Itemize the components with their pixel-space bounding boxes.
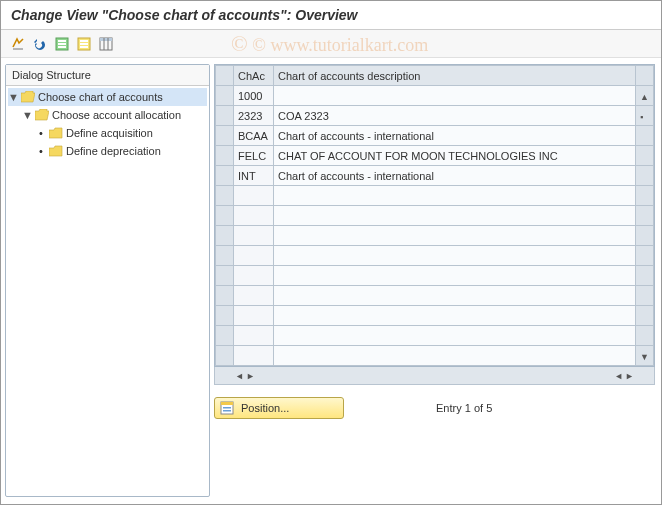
scroll-down-icon[interactable]: ▼	[640, 352, 649, 362]
tree-label: Choose account allocation	[52, 109, 181, 121]
svg-rect-3	[58, 46, 66, 48]
row-header[interactable]	[216, 306, 234, 326]
tree-item-choose-account[interactable]: ▼ Choose account allocation	[8, 106, 207, 124]
scroll-cell[interactable]: ▲	[636, 86, 654, 106]
cell-desc[interactable]	[274, 346, 636, 366]
table-row[interactable]	[216, 326, 654, 346]
table-row[interactable]	[216, 206, 654, 226]
row-header[interactable]	[216, 246, 234, 266]
deselect-all-icon[interactable]	[75, 35, 93, 53]
row-header[interactable]	[216, 86, 234, 106]
row-header[interactable]	[216, 326, 234, 346]
row-header[interactable]	[216, 346, 234, 366]
col-chac-header[interactable]: ChAc	[234, 66, 274, 86]
row-header[interactable]	[216, 186, 234, 206]
cell-desc[interactable]	[274, 246, 636, 266]
table-row[interactable]	[216, 186, 654, 206]
svg-rect-9	[100, 38, 112, 41]
horizontal-scrollbar[interactable]: ◄ ► ◄ ►	[214, 367, 655, 385]
scroll-top-cell	[636, 66, 654, 86]
svg-rect-1	[58, 40, 66, 42]
tree-toggle-icon[interactable]: ▼	[8, 91, 18, 103]
tree-toggle-icon[interactable]: ▼	[22, 109, 32, 121]
table-row[interactable]: ▼	[216, 346, 654, 366]
scroll-cell	[636, 306, 654, 326]
table-row[interactable]	[216, 286, 654, 306]
scroll-up-icon[interactable]: ▲	[640, 92, 649, 102]
toggle-display-icon[interactable]	[9, 35, 27, 53]
svg-rect-6	[80, 43, 88, 45]
table-row[interactable]: 1000▲	[216, 86, 654, 106]
cell-chac[interactable]	[234, 346, 274, 366]
cell-desc[interactable]	[274, 266, 636, 286]
scroll-cell	[636, 246, 654, 266]
cell-chac[interactable]	[234, 306, 274, 326]
scroll-cell	[636, 126, 654, 146]
cell-desc[interactable]	[274, 86, 636, 106]
folder-icon	[48, 126, 64, 140]
cell-chac[interactable]: 1000	[234, 86, 274, 106]
tree-item-define-acquisition[interactable]: • Define acquisition	[8, 124, 207, 142]
page-title: Change View "Choose chart of accounts": …	[1, 1, 661, 30]
scroll-cell[interactable]: ▪	[636, 106, 654, 126]
dialog-structure-panel: Dialog Structure ▼ Choose chart of accou…	[5, 64, 210, 497]
table-row[interactable]: BCAAChart of accounts - international	[216, 126, 654, 146]
table-row[interactable]	[216, 246, 654, 266]
select-all-icon[interactable]	[53, 35, 71, 53]
position-label: Position...	[241, 402, 289, 414]
cell-desc[interactable]: COA 2323	[274, 106, 636, 126]
table-row[interactable]: 2323COA 2323▪	[216, 106, 654, 126]
cell-chac[interactable]: BCAA	[234, 126, 274, 146]
cell-chac[interactable]	[234, 246, 274, 266]
col-desc-header[interactable]: Chart of accounts description	[274, 66, 636, 86]
row-header[interactable]	[216, 146, 234, 166]
scroll-thumb[interactable]: ▪	[640, 112, 643, 122]
scroll-left-icon[interactable]: ◄	[235, 371, 244, 381]
row-header[interactable]	[216, 166, 234, 186]
row-header[interactable]	[216, 286, 234, 306]
table-row[interactable]: FELCCHAT OF ACCOUNT FOR MOON TECHNOLOGIE…	[216, 146, 654, 166]
scroll-cell[interactable]: ▼	[636, 346, 654, 366]
accounts-table: ChAc Chart of accounts description 1000▲…	[215, 65, 654, 366]
cell-desc[interactable]: Chart of accounts - international	[274, 126, 636, 146]
cell-desc[interactable]: Chart of accounts - international	[274, 166, 636, 186]
cell-chac[interactable]: INT	[234, 166, 274, 186]
scroll-right-icon[interactable]: ►	[246, 371, 255, 381]
tree-item-choose-chart[interactable]: ▼ Choose chart of accounts	[8, 88, 207, 106]
scroll-right-end-icon[interactable]: ►	[625, 371, 634, 381]
cell-desc[interactable]	[274, 286, 636, 306]
table-row[interactable]	[216, 306, 654, 326]
cell-chac[interactable]	[234, 206, 274, 226]
cell-chac[interactable]: 2323	[234, 106, 274, 126]
tree-label: Choose chart of accounts	[38, 91, 163, 103]
row-header[interactable]	[216, 106, 234, 126]
cell-desc[interactable]	[274, 206, 636, 226]
row-header[interactable]	[216, 226, 234, 246]
cell-desc[interactable]	[274, 226, 636, 246]
table-settings-icon[interactable]	[97, 35, 115, 53]
row-header[interactable]	[216, 266, 234, 286]
position-button[interactable]: Position...	[214, 397, 344, 419]
cell-desc[interactable]: CHAT OF ACCOUNT FOR MOON TECHNOLOGIES IN…	[274, 146, 636, 166]
cell-desc[interactable]	[274, 326, 636, 346]
table-row[interactable]	[216, 226, 654, 246]
undo-icon[interactable]	[31, 35, 49, 53]
cell-chac[interactable]: FELC	[234, 146, 274, 166]
cell-desc[interactable]	[274, 186, 636, 206]
row-header[interactable]	[216, 206, 234, 226]
scroll-left-end-icon[interactable]: ◄	[614, 371, 623, 381]
cell-chac[interactable]	[234, 266, 274, 286]
tree: ▼ Choose chart of accounts ▼ Choose acco…	[6, 86, 209, 496]
scroll-cell	[636, 326, 654, 346]
cell-chac[interactable]	[234, 226, 274, 246]
cell-desc[interactable]	[274, 306, 636, 326]
cell-chac[interactable]	[234, 286, 274, 306]
table-row[interactable]	[216, 266, 654, 286]
table-row[interactable]: INTChart of accounts - international	[216, 166, 654, 186]
position-icon	[219, 400, 235, 416]
cell-chac[interactable]	[234, 326, 274, 346]
corner-cell[interactable]	[216, 66, 234, 86]
row-header[interactable]	[216, 126, 234, 146]
cell-chac[interactable]	[234, 186, 274, 206]
tree-item-define-depreciation[interactable]: • Define depreciation	[8, 142, 207, 160]
